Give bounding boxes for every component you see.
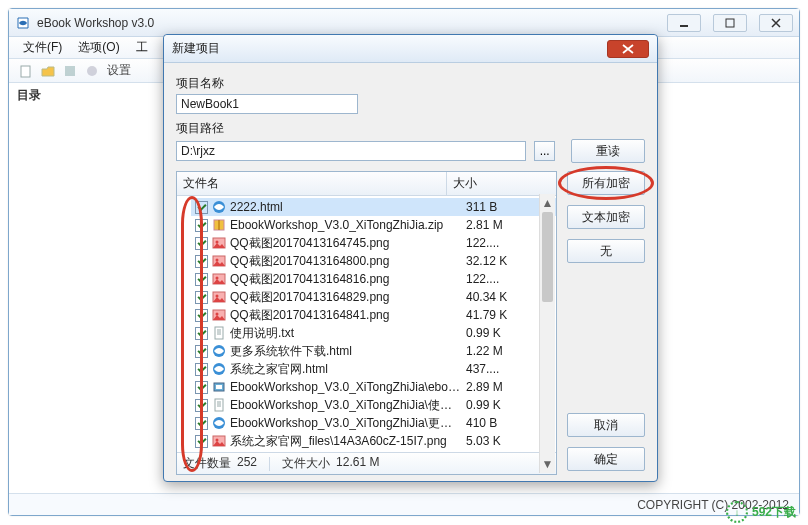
file-name: QQ截图20170413164829.png bbox=[230, 289, 462, 306]
checkbox[interactable] bbox=[195, 345, 208, 358]
browse-button[interactable]: ... bbox=[534, 141, 555, 161]
checkbox[interactable] bbox=[195, 291, 208, 304]
checkbox[interactable] bbox=[195, 381, 208, 394]
file-count-label: 文件数量 bbox=[183, 455, 231, 472]
none-button[interactable]: 无 bbox=[567, 239, 645, 263]
file-name: QQ截图20170413164800.png bbox=[230, 253, 462, 270]
table-row[interactable]: QQ截图20170413164816.png122.... bbox=[191, 270, 556, 288]
checkbox[interactable] bbox=[195, 255, 208, 268]
scrollbar-thumb[interactable] bbox=[542, 212, 553, 302]
column-filename[interactable]: 文件名 bbox=[177, 172, 447, 195]
svg-rect-0 bbox=[680, 25, 688, 27]
maximize-button[interactable] bbox=[713, 14, 747, 32]
file-icon bbox=[212, 380, 226, 394]
svg-rect-22 bbox=[215, 399, 223, 411]
file-list-status: 文件数量252 文件大小12.61 M bbox=[177, 452, 556, 474]
checkbox[interactable] bbox=[195, 435, 208, 448]
column-size[interactable]: 大小 bbox=[447, 172, 556, 195]
file-name: EbookWorkshop_V3.0_XiTongZhiJia\使用说明.txt bbox=[230, 397, 462, 414]
file-icon bbox=[212, 254, 226, 268]
toolbar-settings-label[interactable]: 设置 bbox=[107, 62, 131, 79]
app-icon bbox=[15, 15, 31, 31]
window-controls bbox=[667, 14, 793, 32]
menu-file[interactable]: 文件(F) bbox=[17, 37, 68, 58]
app-title: eBook Workshop v3.0 bbox=[37, 16, 667, 30]
project-path-label: 项目路径 bbox=[176, 120, 645, 137]
table-row[interactable]: QQ截图20170413164745.png122.... bbox=[191, 234, 556, 252]
open-icon[interactable] bbox=[39, 62, 57, 80]
file-icon bbox=[212, 272, 226, 286]
checkbox[interactable] bbox=[195, 219, 208, 232]
minimize-button[interactable] bbox=[667, 14, 701, 32]
svg-rect-21 bbox=[216, 385, 222, 389]
ok-button[interactable]: 确定 bbox=[567, 447, 645, 471]
download-icon: ↓ bbox=[726, 501, 748, 523]
dialog-title: 新建项目 bbox=[172, 40, 607, 57]
file-name: 系统之家官网_files\14A3A60cZ-15I7.png bbox=[230, 433, 462, 450]
table-row[interactable]: 系统之家官网_files\14A3A60cZ-15I7.png5.03 K bbox=[191, 432, 556, 450]
cancel-button[interactable]: 取消 bbox=[567, 413, 645, 437]
project-path-input[interactable] bbox=[176, 141, 526, 161]
table-row[interactable]: 系统之家官网_files\14J593U20C0-16259.png4.42 K bbox=[191, 450, 556, 452]
checkbox[interactable] bbox=[195, 417, 208, 430]
scroll-up-icon[interactable]: ▲ bbox=[542, 196, 553, 210]
file-name: QQ截图20170413164745.png bbox=[230, 235, 462, 252]
table-row[interactable]: 2222.html311 B bbox=[191, 198, 556, 216]
statusbar: COPYRIGHT (C) 2002-2012 bbox=[9, 493, 799, 515]
menu-options[interactable]: 选项(O) bbox=[72, 37, 125, 58]
file-list-header: 文件名 大小 bbox=[177, 172, 556, 196]
dialog-close-button[interactable] bbox=[607, 40, 649, 58]
close-button[interactable] bbox=[759, 14, 793, 32]
encrypt-all-button[interactable]: 所有加密 bbox=[567, 171, 645, 195]
file-name: QQ截图20170413164841.png bbox=[230, 307, 462, 324]
main-titlebar[interactable]: eBook Workshop v3.0 bbox=[9, 9, 799, 37]
table-row[interactable]: QQ截图20170413164800.png32.12 K bbox=[191, 252, 556, 270]
file-icon bbox=[212, 200, 226, 214]
checkbox[interactable] bbox=[195, 399, 208, 412]
reread-button[interactable]: 重读 bbox=[571, 139, 645, 163]
file-icon bbox=[212, 362, 226, 376]
file-name: 系统之家官网_files\14J593U20C0-16259.png bbox=[230, 451, 462, 453]
project-name-input[interactable] bbox=[176, 94, 358, 114]
table-row[interactable]: EbookWorkshop_V3.0_XiTongZhiJia\更多系统软件..… bbox=[191, 414, 556, 432]
table-row[interactable]: EbookWorkshop_V3.0_XiTongZhiJia.zip2.81 … bbox=[191, 216, 556, 234]
file-name: 使用说明.txt bbox=[230, 325, 462, 342]
table-row[interactable]: 使用说明.txt0.99 K bbox=[191, 324, 556, 342]
checkbox[interactable] bbox=[195, 273, 208, 286]
table-row[interactable]: QQ截图20170413164841.png41.79 K bbox=[191, 306, 556, 324]
svg-rect-2 bbox=[21, 66, 30, 77]
scroll-down-icon[interactable]: ▼ bbox=[542, 457, 553, 471]
file-size-value: 12.61 M bbox=[336, 455, 379, 472]
checkbox[interactable] bbox=[195, 237, 208, 250]
checkbox[interactable] bbox=[195, 363, 208, 376]
file-count-value: 252 bbox=[237, 455, 257, 472]
compile-icon[interactable] bbox=[83, 62, 101, 80]
table-row[interactable]: 更多系统软件下载.html1.22 M bbox=[191, 342, 556, 360]
file-icon bbox=[212, 326, 226, 340]
table-row[interactable]: EbookWorkshop_V3.0_XiTongZhiJia\ebook3.0… bbox=[191, 378, 556, 396]
table-row[interactable]: EbookWorkshop_V3.0_XiTongZhiJia\使用说明.txt… bbox=[191, 396, 556, 414]
file-name: EbookWorkshop_V3.0_XiTongZhiJia\更多系统软件..… bbox=[230, 415, 462, 432]
file-icon bbox=[212, 290, 226, 304]
table-row[interactable]: 系统之家官网.html437.... bbox=[191, 360, 556, 378]
dialog-action-buttons: 取消 确定 bbox=[567, 413, 645, 471]
menu-tools[interactable]: 工 bbox=[130, 37, 154, 58]
project-name-label: 项目名称 bbox=[176, 75, 645, 92]
checkbox[interactable] bbox=[195, 327, 208, 340]
svg-point-4 bbox=[87, 66, 97, 76]
table-row[interactable]: QQ截图20170413164829.png40.34 K bbox=[191, 288, 556, 306]
save-icon[interactable] bbox=[61, 62, 79, 80]
file-list-body[interactable]: 2222.html311 BEbookWorkshop_V3.0_XiTongZ… bbox=[177, 196, 556, 452]
checkbox[interactable] bbox=[195, 309, 208, 322]
encrypt-text-button[interactable]: 文本加密 bbox=[567, 205, 645, 229]
file-name: 系统之家官网.html bbox=[230, 361, 462, 378]
new-icon[interactable] bbox=[17, 62, 35, 80]
dialog-titlebar[interactable]: 新建项目 bbox=[164, 35, 657, 63]
new-project-dialog: 新建项目 项目名称 项目路径 ... 重读 文件名 大小 2222.html31… bbox=[163, 34, 658, 482]
checkbox[interactable] bbox=[195, 201, 208, 214]
file-name: 更多系统软件下载.html bbox=[230, 343, 462, 360]
scrollbar[interactable]: ▲ ▼ bbox=[539, 194, 555, 473]
file-name: EbookWorkshop_V3.0_XiTongZhiJia.zip bbox=[230, 218, 462, 232]
brand-text: 592下载 bbox=[752, 504, 796, 521]
file-icon bbox=[212, 236, 226, 250]
